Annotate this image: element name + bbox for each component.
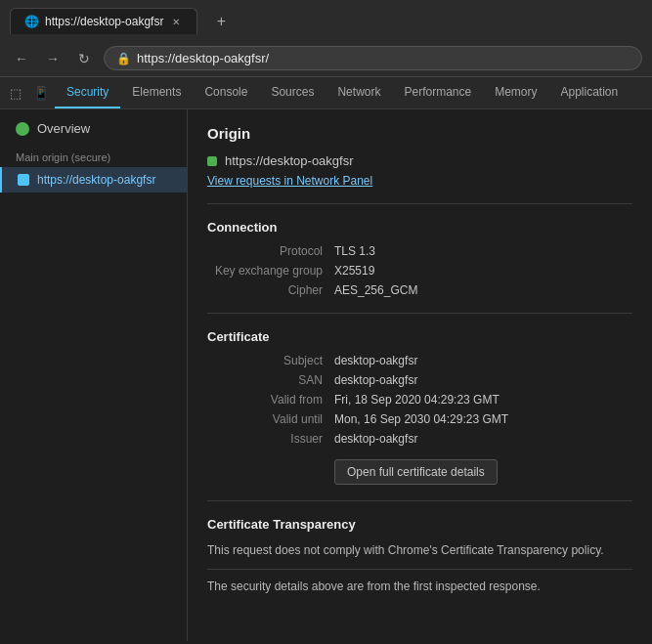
- cipher-value: AES_256_GCM: [334, 283, 417, 297]
- certificate-title: Certificate: [207, 329, 632, 344]
- tab-console[interactable]: Console: [193, 77, 259, 108]
- origin-row: https://desktop-oakgfsr: [207, 153, 632, 168]
- cert-issuer-row: Issuer desktop-oakgfsr: [207, 432, 632, 446]
- cert-issuer-value: desktop-oakgfsr: [334, 432, 417, 446]
- tab-application[interactable]: Application: [549, 77, 630, 108]
- sidebar-origin-url: https://desktop-oakgfsr: [37, 173, 155, 187]
- tab-favicon: 🌐: [24, 15, 39, 28]
- sidebar-section-title: Main origin (secure): [0, 144, 187, 167]
- connection-title: Connection: [207, 220, 632, 235]
- cert-subject-row: Subject desktop-oakgfsr: [207, 354, 632, 367]
- devtools-body: Overview Main origin (secure) https://de…: [0, 109, 652, 641]
- cert-san-label: SAN: [207, 373, 334, 387]
- tab-performance[interactable]: Performance: [392, 77, 483, 108]
- cert-validfrom-value: Fri, 18 Sep 2020 04:29:23 GMT: [334, 393, 500, 407]
- divider-connection: [207, 203, 632, 204]
- tab-title: https://desktop-oakgfsr: [45, 15, 163, 28]
- devtools-panel: ⬚ 📱 Security Elements Console Sources Ne…: [0, 77, 652, 641]
- inspect-element-button[interactable]: ⬚: [4, 81, 27, 105]
- back-button[interactable]: ←: [10, 47, 33, 70]
- tab-security[interactable]: Security: [55, 77, 120, 108]
- browser-chrome: 🌐 https://desktop-oakgfsr ✕ + ← → ↻ 🔒 ht…: [0, 0, 652, 77]
- address-bar-row: ← → ↻ 🔒 https://desktop-oakgfsr/: [0, 42, 652, 76]
- cert-san-value: desktop-oakgfsr: [334, 373, 417, 387]
- transparency-title: Certificate Transparency: [207, 517, 632, 532]
- certificate-section: Certificate Subject desktop-oakgfsr SAN …: [207, 329, 632, 485]
- active-tab[interactable]: 🌐 https://desktop-oakgfsr ✕: [10, 8, 197, 34]
- divider-transparency: [207, 500, 632, 501]
- cipher-label: Cipher: [207, 283, 334, 297]
- protocol-label: Protocol: [207, 244, 334, 258]
- address-text: https://desktop-oakgfsr/: [137, 51, 269, 65]
- overview-item[interactable]: Overview: [0, 113, 187, 144]
- keyexchange-label: Key exchange group: [207, 264, 334, 278]
- tab-close-button[interactable]: ✕: [169, 15, 183, 28]
- cert-validfrom-row: Valid from Fri, 18 Sep 2020 04:29:23 GMT: [207, 393, 632, 407]
- address-bar[interactable]: 🔒 https://desktop-oakgfsr/: [104, 46, 642, 70]
- secure-dot-icon: [207, 156, 217, 166]
- cert-subject-value: desktop-oakgfsr: [334, 354, 417, 367]
- title-bar: 🌐 https://desktop-oakgfsr ✕ +: [0, 0, 652, 42]
- transparency-section: Certificate Transparency This request do…: [207, 517, 632, 559]
- new-tab-button[interactable]: +: [209, 10, 233, 33]
- devtools-tab-bar: ⬚ 📱 Security Elements Console Sources Ne…: [0, 77, 652, 109]
- tab-network[interactable]: Network: [326, 77, 392, 108]
- tab-sources[interactable]: Sources: [259, 77, 326, 108]
- open-certificate-button[interactable]: Open full certificate details: [334, 459, 498, 485]
- tab-elements[interactable]: Elements: [120, 77, 193, 108]
- connection-keyexchange-row: Key exchange group X25519: [207, 264, 632, 278]
- keyexchange-value: X25519: [334, 264, 374, 278]
- protocol-value: TLS 1.3: [334, 244, 375, 258]
- sidebar-origin-item[interactable]: https://desktop-oakgfsr: [0, 167, 187, 193]
- overview-label: Overview: [37, 121, 90, 136]
- cert-subject-label: Subject: [207, 354, 334, 367]
- origin-icon: [18, 174, 29, 186]
- reload-button[interactable]: ↻: [72, 47, 96, 70]
- network-panel-link[interactable]: View requests in Network Panel: [207, 174, 632, 188]
- footer-note: The security details above are from the …: [207, 569, 632, 593]
- lock-icon: 🔒: [116, 52, 131, 65]
- connection-protocol-row: Protocol TLS 1.3: [207, 244, 632, 258]
- connection-section: Connection Protocol TLS 1.3 Key exchange…: [207, 220, 632, 297]
- security-sidebar: Overview Main origin (secure) https://de…: [0, 109, 188, 641]
- security-main-content: Origin https://desktop-oakgfsr View requ…: [188, 109, 652, 641]
- cert-validfrom-label: Valid from: [207, 393, 334, 407]
- connection-cipher-row: Cipher AES_256_GCM: [207, 283, 632, 297]
- origin-section-header: Origin: [207, 125, 632, 142]
- device-toolbar-button[interactable]: 📱: [29, 81, 53, 105]
- forward-button[interactable]: →: [41, 47, 65, 70]
- cert-validuntil-value: Mon, 16 Sep 2030 04:29:23 GMT: [334, 412, 508, 426]
- cert-san-row: SAN desktop-oakgfsr: [207, 373, 632, 387]
- divider-certificate: [207, 313, 632, 314]
- transparency-description: This request does not comply with Chrome…: [207, 541, 632, 559]
- cert-issuer-label: Issuer: [207, 432, 334, 446]
- cert-validuntil-label: Valid until: [207, 412, 334, 426]
- cert-validuntil-row: Valid until Mon, 16 Sep 2030 04:29:23 GM…: [207, 412, 632, 426]
- tab-memory[interactable]: Memory: [483, 77, 548, 108]
- origin-url: https://desktop-oakgfsr: [225, 153, 354, 168]
- overview-secure-icon: [16, 122, 29, 136]
